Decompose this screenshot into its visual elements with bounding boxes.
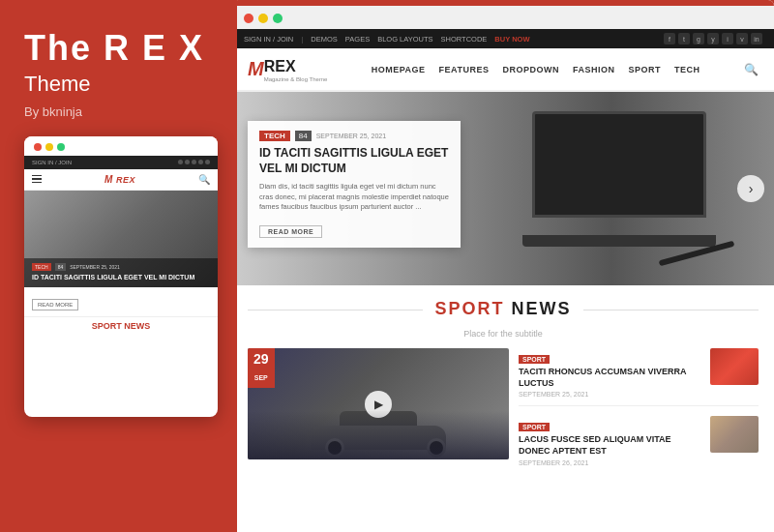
mobile-window-dots (24, 136, 218, 156)
social-vk-icon[interactable]: v (736, 33, 748, 44)
social-ig-icon[interactable]: i (722, 33, 733, 44)
topbar-buy-now[interactable]: BUY NOW (494, 35, 529, 44)
social-yt-icon[interactable]: y (707, 33, 719, 44)
mobile-social-fb (178, 160, 183, 164)
sport-title-dark: NEWS (505, 299, 572, 318)
mobile-signin: SIGN IN / JOIN (32, 160, 72, 165)
mobile-dot-red (34, 143, 42, 151)
topbar-blog-layouts[interactable]: BLOG LAYOUTS (377, 35, 432, 44)
site-topbar: SIGN IN / JOIN | DEMOS PAGES BLOG LAYOUT… (232, 29, 774, 48)
mobile-hero-overlay: TECH 84 SEPTEMBER 25, 2021 ID TACITI SAG… (24, 258, 218, 286)
sport-date-badge: 29 SEP (248, 348, 275, 388)
mobile-topbar: SIGN IN / JOIN (24, 156, 218, 169)
nav-dropdown[interactable]: DROPDOWN (502, 65, 559, 74)
mobile-hero: TECH 84 SEPTEMBER 25, 2021 ID TACITI SAG… (24, 191, 218, 287)
mobile-content: READ MORE (24, 287, 218, 316)
mobile-sport-title: SPORT NEWS (32, 321, 210, 331)
mobile-dot-green (57, 143, 65, 151)
sport-side-date-2: SEPTEMBER 26, 2021 (519, 459, 702, 466)
nav-tech[interactable]: TECH (674, 65, 700, 74)
hero-section: TECH 84 SEPTEMBER 25, 2021 ID TACITI SAG… (232, 92, 774, 285)
sport-date-month: SEP (254, 374, 268, 381)
mobile-search-icon[interactable]: 🔍 (198, 174, 210, 185)
sport-side-title-1: TACITI RHONCUS ACCUMSAN VIVERRA LUCTUS (519, 367, 702, 389)
hero-read-more-btn[interactable]: READ MORE (259, 225, 322, 238)
sport-side-text-1: SPORT TACITI RHONCUS ACCUMSAN VIVERRA LU… (519, 348, 702, 398)
logo-m-icon: M (248, 58, 264, 80)
sport-date-day: 29 (253, 352, 269, 367)
site-nav-links: HOMEPAGE FEATURES DROPDOWN FASHION SPORT… (346, 65, 725, 74)
logo-tagline: Magazine & Blog Theme (264, 76, 328, 82)
site-logo: M REX Magazine & Blog Theme (248, 56, 327, 82)
mobile-navbar: M REX 🔍 (24, 169, 218, 191)
mobile-article-title: ID TACITI SAGITTIS LIGULA EGET VEL MI DI… (32, 274, 210, 281)
laptop-illustration (522, 111, 716, 247)
hero-article-card: TECH 84 SEPTEMBER 25, 2021 ID TACITI SAG… (248, 121, 461, 248)
theme-title: The R E X (24, 29, 218, 68)
sport-badge-2: SPORT (519, 423, 550, 431)
hero-next-arrow[interactable]: › (737, 175, 764, 202)
sport-side-text-2: SPORT LACUS FUSCE SED ALIQUAM VITAE DONE… (519, 416, 702, 465)
mobile-badge-row: TECH 84 SEPTEMBER 25, 2021 (32, 263, 210, 271)
mobile-social-icons (178, 160, 210, 164)
hero-tech-badge: TECH (259, 131, 290, 141)
mobile-read-more-btn[interactable]: READ MORE (32, 299, 78, 310)
window-dot-yellow (258, 14, 268, 23)
topbar-shortcode[interactable]: SHORTCODE (441, 35, 488, 44)
social-li-icon[interactable]: in (751, 33, 762, 44)
social-tw-icon[interactable]: t (678, 33, 690, 44)
social-fb-icon[interactable]: f (664, 33, 675, 44)
social-gp-icon[interactable]: g (693, 33, 704, 44)
sport-side-item-1: SPORT TACITI RHONCUS ACCUMSAN VIVERRA LU… (519, 348, 759, 406)
sport-side-image-1 (710, 348, 759, 385)
sport-title-wrapper: SPORT NEWS (423, 299, 582, 319)
topbar-demos[interactable]: DEMOS (311, 35, 338, 44)
mobile-social-ig (192, 160, 196, 164)
right-panel: SIGN IN / JOIN | DEMOS PAGES BLOG LAYOUT… (232, 0, 774, 532)
sport-side-date-1: SEPTEMBER 25, 2021 (519, 391, 702, 398)
sport-main-article: 29 SEP ▶ (248, 348, 509, 474)
mobile-social-yt (198, 160, 203, 164)
sport-subtitle: Place for the subtitle (248, 329, 759, 339)
topbar-signin[interactable]: SIGN IN / JOIN (244, 35, 293, 44)
mobile-dot-yellow (45, 143, 53, 151)
window-dot-green (273, 14, 283, 23)
theme-author: By bkninja (24, 104, 218, 119)
car-silhouette-overlay (248, 411, 509, 459)
hero-date: SEPTEMBER 25, 2021 (316, 133, 386, 139)
nav-homepage[interactable]: HOMEPAGE (372, 65, 426, 74)
site-topbar-links: SIGN IN / JOIN | DEMOS PAGES BLOG LAYOUT… (244, 35, 529, 44)
window-dots-bar (232, 6, 774, 29)
hero-article-body: Diam dis, id taciti sagittis ligula eget… (259, 182, 449, 213)
laptop-base (522, 235, 716, 247)
mobile-logo-m: M (104, 174, 113, 185)
topbar-pages[interactable]: PAGES (345, 35, 370, 44)
mobile-badge-tech: TECH (32, 263, 51, 271)
sport-side-item-2: SPORT LACUS FUSCE SED ALIQUAM VITAE DONE… (519, 416, 759, 473)
sport-grid: 29 SEP ▶ (248, 348, 759, 474)
site-topbar-social: f t g y i v in (664, 33, 762, 44)
nav-fashion[interactable]: FASHION (573, 65, 615, 74)
sport-badge-1: SPORT (519, 355, 550, 364)
nav-sport[interactable]: SPORT (628, 65, 661, 74)
mobile-badge-num: 84 (55, 263, 67, 271)
mobile-sport-red: SPORT (92, 321, 122, 331)
mobile-logo-rex: REX (116, 175, 135, 185)
search-icon[interactable]: 🔍 (744, 63, 759, 76)
sport-section: SPORT NEWS Place for the subtitle 29 SEP (232, 285, 774, 484)
mobile-logo: M REX (104, 174, 135, 185)
sport-section-header: SPORT NEWS (248, 299, 759, 319)
mobile-social-tw (185, 160, 190, 164)
theme-subtitle: Theme (24, 72, 218, 97)
hero-num-badge: 84 (295, 131, 312, 141)
hero-article-title: ID TACITI SAGITTIS LIGULA EGET VEL MI DI… (259, 146, 449, 176)
sport-section-title: SPORT NEWS (434, 299, 571, 319)
mobile-social-vk (205, 160, 210, 164)
site-navbar: M REX Magazine & Blog Theme HOMEPAGE FEA… (232, 48, 774, 92)
sport-side-title-2: LACUS FUSCE SED ALIQUAM VITAE DONEC APTE… (519, 434, 702, 457)
sport-main-image: 29 SEP ▶ (248, 348, 509, 459)
nav-features[interactable]: FEATURES (439, 65, 490, 74)
hamburger-icon[interactable] (32, 175, 42, 184)
sport-side-image-2 (710, 416, 759, 453)
mobile-sport-section: SPORT NEWS (24, 316, 218, 337)
